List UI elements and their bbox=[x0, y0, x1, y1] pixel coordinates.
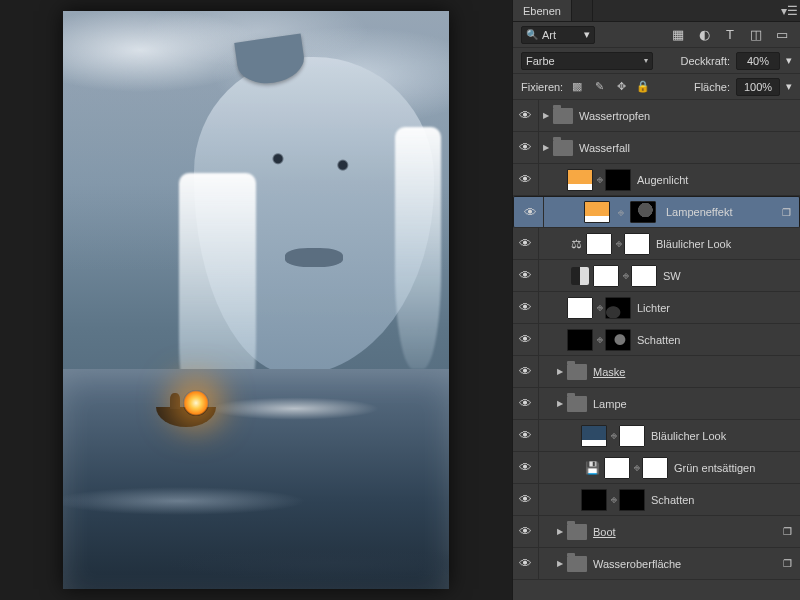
mask-thumbnail[interactable] bbox=[631, 265, 657, 287]
link-icon[interactable]: ⎆ bbox=[611, 494, 617, 505]
lock-label: Fixieren: bbox=[521, 81, 563, 93]
panel-tabs: Ebenen ▾☰ bbox=[513, 0, 800, 22]
layer-row[interactable]: 👁⎆Augenlicht bbox=[513, 164, 800, 196]
visibility-toggle[interactable]: 👁 bbox=[513, 388, 539, 419]
mask-thumbnail[interactable] bbox=[619, 425, 645, 447]
layer-name[interactable]: Maske bbox=[593, 366, 794, 378]
opacity-input[interactable]: 40% bbox=[736, 52, 780, 70]
lock-all-icon[interactable]: 🔒 bbox=[635, 79, 651, 95]
mask-thumbnail[interactable] bbox=[605, 297, 631, 319]
layer-name[interactable]: Wasseroberfläche bbox=[593, 558, 780, 570]
disclosure-triangle-icon[interactable]: ▶ bbox=[539, 111, 553, 120]
link-icon[interactable]: ⎆ bbox=[616, 238, 622, 249]
filter-adjust-icon[interactable]: ◐ bbox=[694, 26, 714, 44]
layer-name[interactable]: Boot bbox=[593, 526, 780, 538]
visibility-toggle[interactable]: 👁 bbox=[513, 292, 539, 323]
mask-thumbnail[interactable] bbox=[624, 233, 650, 255]
layer-thumbnail[interactable] bbox=[567, 297, 593, 319]
fill-stepper-icon[interactable]: ▾ bbox=[786, 80, 792, 93]
lock-brush-icon[interactable]: ✎ bbox=[591, 79, 607, 95]
mask-thumbnail[interactable] bbox=[605, 169, 631, 191]
visibility-toggle[interactable]: 👁 bbox=[513, 324, 539, 355]
layer-row[interactable]: 👁⚖⎆Bläulicher Look bbox=[513, 228, 800, 260]
layer-row[interactable]: 👁▶Wasserfall bbox=[513, 132, 800, 164]
filter-text-icon[interactable]: T bbox=[720, 26, 740, 44]
layer-thumbnail[interactable] bbox=[593, 265, 619, 287]
visibility-toggle[interactable]: 👁 bbox=[513, 100, 539, 131]
layer-thumbnail[interactable] bbox=[581, 425, 607, 447]
layer-row[interactable]: 👁▶Maske bbox=[513, 356, 800, 388]
lock-transparency-icon[interactable]: ▩ bbox=[569, 79, 585, 95]
layer-row[interactable]: 👁▶Boot❐ bbox=[513, 516, 800, 548]
layer-thumbnail[interactable] bbox=[581, 489, 607, 511]
lock-move-icon[interactable]: ✥ bbox=[613, 79, 629, 95]
layer-row[interactable]: 👁💾⎆Grün entsättigen bbox=[513, 452, 800, 484]
mask-thumbnail[interactable] bbox=[605, 329, 631, 351]
layer-row[interactable]: 👁⎆Bläulicher Look bbox=[513, 420, 800, 452]
disclosure-triangle-icon[interactable]: ▶ bbox=[539, 143, 553, 152]
layer-name[interactable]: Bläulicher Look bbox=[651, 430, 794, 442]
folder-icon bbox=[567, 524, 587, 540]
link-icon[interactable]: ⎆ bbox=[611, 430, 617, 441]
layer-name[interactable]: Lichter bbox=[637, 302, 794, 314]
layer-row[interactable]: 👁⎆Schatten bbox=[513, 484, 800, 516]
visibility-toggle[interactable]: 👁 bbox=[513, 228, 539, 259]
opacity-stepper-icon[interactable]: ▾ bbox=[786, 54, 792, 67]
panel-menu-icon[interactable]: ▾☰ bbox=[778, 0, 800, 21]
filter-shape-icon[interactable]: ◫ bbox=[746, 26, 766, 44]
visibility-toggle[interactable]: 👁 bbox=[513, 420, 539, 451]
visibility-toggle[interactable]: 👁 bbox=[513, 516, 539, 547]
layer-name[interactable]: Lampeneffekt bbox=[666, 206, 775, 218]
layer-row[interactable]: 👁⎆Schatten bbox=[513, 324, 800, 356]
layer-thumbnail[interactable] bbox=[604, 457, 630, 479]
link-icon[interactable]: ⎆ bbox=[618, 207, 624, 218]
visibility-toggle[interactable]: 👁 bbox=[513, 132, 539, 163]
layer-row[interactable]: 👁▶Wasseroberfläche❐ bbox=[513, 548, 800, 580]
folder-icon bbox=[553, 140, 573, 156]
mask-thumbnail[interactable] bbox=[619, 489, 645, 511]
tab-empty[interactable] bbox=[572, 0, 593, 21]
link-icon[interactable]: ⎆ bbox=[634, 462, 640, 473]
fill-input[interactable]: 100% bbox=[736, 78, 780, 96]
layer-name[interactable]: Bläulicher Look bbox=[656, 238, 794, 250]
link-icon[interactable]: ⎆ bbox=[623, 270, 629, 281]
layer-name[interactable]: Schatten bbox=[651, 494, 794, 506]
layer-row[interactable]: 👁⎆Lichter bbox=[513, 292, 800, 324]
disclosure-triangle-icon[interactable]: ▶ bbox=[553, 367, 567, 376]
layer-name[interactable]: Schatten bbox=[637, 334, 794, 346]
visibility-toggle[interactable]: 👁 bbox=[513, 548, 539, 579]
layer-thumbnail[interactable] bbox=[567, 169, 593, 191]
visibility-toggle[interactable]: 👁 bbox=[518, 197, 544, 227]
visibility-toggle[interactable]: 👁 bbox=[513, 356, 539, 387]
disclosure-triangle-icon[interactable]: ▶ bbox=[553, 399, 567, 408]
blend-mode-select[interactable]: Farbe ▾ bbox=[521, 52, 653, 70]
link-icon[interactable]: ⎆ bbox=[597, 334, 603, 345]
layer-name[interactable]: Wasserfall bbox=[579, 142, 794, 154]
layer-filter-select[interactable]: 🔍 Art ▾ bbox=[521, 26, 595, 44]
layer-row[interactable]: 👁▶Wassertropfen bbox=[513, 100, 800, 132]
filter-pixel-icon[interactable]: ▦ bbox=[668, 26, 688, 44]
layer-name[interactable]: SW bbox=[663, 270, 794, 282]
layer-row[interactable]: 👁▶Lampe bbox=[513, 388, 800, 420]
disclosure-triangle-icon[interactable]: ▶ bbox=[553, 527, 567, 536]
visibility-toggle[interactable]: 👁 bbox=[513, 484, 539, 515]
visibility-toggle[interactable]: 👁 bbox=[513, 164, 539, 195]
layer-thumbnail[interactable] bbox=[586, 233, 612, 255]
link-icon[interactable]: ⎆ bbox=[597, 174, 603, 185]
layer-name[interactable]: Grün entsättigen bbox=[674, 462, 794, 474]
layer-row[interactable]: 👁⎆Lampeneffekt❐ bbox=[513, 196, 800, 228]
visibility-toggle[interactable]: 👁 bbox=[513, 260, 539, 291]
layer-name[interactable]: Lampe bbox=[593, 398, 794, 410]
visibility-toggle[interactable]: 👁 bbox=[513, 452, 539, 483]
mask-thumbnail[interactable] bbox=[630, 201, 656, 223]
layer-name[interactable]: Wassertropfen bbox=[579, 110, 794, 122]
disclosure-triangle-icon[interactable]: ▶ bbox=[553, 559, 567, 568]
layer-thumbnail[interactable] bbox=[584, 201, 610, 223]
link-icon[interactable]: ⎆ bbox=[597, 302, 603, 313]
filter-smart-icon[interactable]: ▭ bbox=[772, 26, 792, 44]
layer-thumbnail[interactable] bbox=[567, 329, 593, 351]
layer-row[interactable]: 👁⎆SW bbox=[513, 260, 800, 292]
mask-thumbnail[interactable] bbox=[642, 457, 668, 479]
layer-name[interactable]: Augenlicht bbox=[637, 174, 794, 186]
tab-layers[interactable]: Ebenen bbox=[513, 0, 572, 21]
